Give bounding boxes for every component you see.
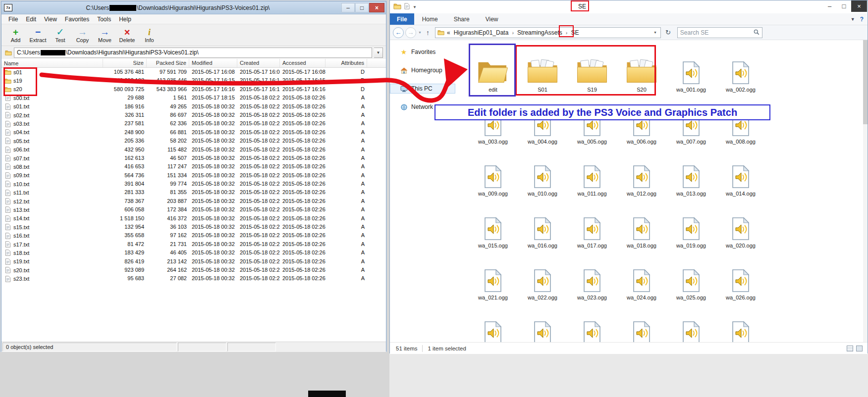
- minimize-button[interactable]: –: [822, 0, 837, 12]
- maximize-button[interactable]: □: [355, 3, 369, 12]
- table-row[interactable]: s09.txt564 736151 3342015-05-18 00:32201…: [1, 171, 386, 180]
- grid-item-wa_019.ogg[interactable]: wa_019.ogg: [666, 203, 716, 255]
- grid-item-wa_014.ogg[interactable]: wa_014.ogg: [716, 151, 765, 203]
- grid-item-wa_008.ogg[interactable]: wa_008.ogg: [716, 99, 765, 151]
- zip-toolbar-add-button[interactable]: +Add: [5, 25, 26, 45]
- close-button[interactable]: ×: [851, 0, 867, 12]
- address-dropdown-button[interactable]: ▼: [374, 48, 383, 58]
- tab-file[interactable]: File: [390, 13, 414, 25]
- sidebar-item-favorites[interactable]: ★Favorites: [390, 47, 468, 57]
- search-input[interactable]: [680, 29, 754, 36]
- up-button[interactable]: ↑: [424, 29, 432, 37]
- grid-item-wa_020.ogg[interactable]: wa_020.ogg: [716, 203, 765, 255]
- table-row[interactable]: s16.txt355 65897 1622015-05-18 00:322015…: [1, 231, 386, 240]
- grid-item-wa_016.ogg[interactable]: wa_016.ogg: [518, 203, 567, 255]
- breadcrumb-segment-higurashiep01_data[interactable]: HigurashiEp01_Data: [453, 29, 510, 36]
- sidebar-item-network[interactable]: Network: [390, 102, 468, 112]
- table-row[interactable]: s19.txt826 419213 1422015-05-18 00:32201…: [1, 257, 386, 266]
- table-row[interactable]: s10.txt391 80499 7742015-05-18 00:322015…: [1, 180, 386, 188]
- grid-item-wa_006.ogg[interactable]: wa_006.ogg: [617, 99, 666, 151]
- column-header-modified[interactable]: Modified: [189, 59, 237, 67]
- tab-home[interactable]: Home: [414, 13, 446, 25]
- table-row[interactable]: s15.txt132 95436 1032015-05-18 00:322015…: [1, 223, 386, 231]
- thumbnails-view-icon[interactable]: [856, 346, 863, 351]
- maximize-button[interactable]: □: [837, 0, 851, 12]
- grid-item-wa_018.ogg[interactable]: wa_018.ogg: [617, 203, 666, 255]
- table-row[interactable]: s01.txt186 91649 2652015-05-18 00:322015…: [1, 102, 386, 111]
- grid-item-wa_026.ogg[interactable]: wa_026.ogg: [716, 255, 765, 307]
- grid-item-wa_007.ogg[interactable]: wa_007.ogg: [666, 99, 716, 151]
- grid-item-wa_025.ogg[interactable]: wa_025.ogg: [666, 255, 716, 307]
- table-row[interactable]: s12.txt738 367203 8872015-05-18 00:32201…: [1, 197, 386, 205]
- grid-item-wa_011.ogg[interactable]: wa_011.ogg: [567, 151, 617, 203]
- scrollbar-thumb[interactable]: [863, 40, 868, 124]
- breadcrumb-segment-se[interactable]: SE: [570, 29, 580, 36]
- details-view-icon[interactable]: [847, 346, 853, 351]
- grid-item-wa_017.ogg[interactable]: wa_017.ogg: [567, 203, 617, 255]
- zip-menu-view[interactable]: View: [40, 16, 61, 23]
- help-icon[interactable]: ?: [860, 16, 864, 23]
- table-row[interactable]: s03.txt237 58162 3362015-05-18 00:322015…: [1, 119, 386, 128]
- zip-toolbar-test-button[interactable]: ✓Test: [50, 25, 70, 45]
- grid-item-wa_009.ogg[interactable]: wa_009.ogg: [468, 151, 518, 203]
- grid-item-wa_024.ogg[interactable]: wa_024.ogg: [617, 255, 666, 307]
- table-row[interactable]: s19449 392 103412 935 4462015-05-17 16:1…: [1, 76, 386, 85]
- grid-item-wa_001.ogg[interactable]: wa_001.ogg: [666, 48, 716, 99]
- grid-item[interactable]: [617, 307, 666, 342]
- zip-toolbar-extract-button[interactable]: −Extract: [28, 25, 48, 45]
- grid-item-wa_015.ogg[interactable]: wa_015.ogg: [468, 203, 518, 255]
- grid-item[interactable]: [518, 307, 567, 342]
- address-bar[interactable]: «HigurashiEp01_Data›StreamingAssets›SE ▼: [435, 27, 661, 38]
- column-header-created[interactable]: Created: [237, 59, 280, 67]
- refresh-icon[interactable]: ↻: [662, 29, 674, 36]
- breadcrumb-collapse-chevron[interactable]: «: [447, 29, 450, 36]
- recent-locations-dropdown-icon[interactable]: ▼: [418, 31, 422, 34]
- taskbar-item[interactable]: [308, 391, 346, 397]
- grid-item-wa_005.ogg[interactable]: wa_005.ogg: [567, 99, 617, 151]
- grid-item[interactable]: [666, 307, 716, 342]
- back-button[interactable]: ←: [393, 27, 404, 38]
- grid-item-wa_004.ogg[interactable]: wa_004.ogg: [518, 99, 567, 151]
- table-row[interactable]: s20580 093 725543 383 9662015-05-17 16:1…: [1, 85, 386, 94]
- table-row[interactable]: s11.txt281 33381 3552015-05-18 00:322015…: [1, 188, 386, 197]
- column-header-packed-size[interactable]: Packed Size: [147, 59, 189, 67]
- grid-item-wa_002.ogg[interactable]: wa_002.ogg: [716, 48, 765, 99]
- grid-item-wa_013.ogg[interactable]: wa_013.ogg: [666, 151, 716, 203]
- zip-toolbar-info-button[interactable]: iInfo: [139, 25, 160, 45]
- zip-menu-edit[interactable]: Edit: [22, 16, 40, 23]
- forward-button[interactable]: →: [405, 27, 416, 38]
- table-row[interactable]: s02.txt326 31186 6972015-05-18 00:322015…: [1, 111, 386, 119]
- quick-access-properties-icon[interactable]: [404, 2, 410, 11]
- table-row[interactable]: s13.txt606 058172 3842015-05-18 00:32201…: [1, 205, 386, 214]
- table-row[interactable]: s20.txt923 089264 1622015-05-18 00:32201…: [1, 266, 386, 274]
- vertical-scrollbar[interactable]: [863, 40, 868, 342]
- zip-toolbar-delete-button[interactable]: ×Delete: [117, 25, 137, 45]
- quick-access-dropdown-icon[interactable]: ▼: [413, 5, 417, 9]
- breadcrumb-segment-streamingassets[interactable]: StreamingAssets: [516, 29, 563, 36]
- grid-item[interactable]: [567, 307, 617, 342]
- minimize-button[interactable]: –: [341, 3, 355, 12]
- grid-item-s01[interactable]: S01: [518, 48, 567, 99]
- grid-item-wa_022.ogg[interactable]: wa_022.ogg: [518, 255, 567, 307]
- grid-item-wa_012.ogg[interactable]: wa_012.ogg: [617, 151, 666, 203]
- zip-toolbar-move-button[interactable]: →Move: [95, 25, 115, 45]
- column-header-accessed[interactable]: Accessed: [280, 59, 326, 67]
- ribbon-expand-icon[interactable]: ▼: [851, 17, 855, 22]
- grid-item-s20[interactable]: S20: [617, 48, 666, 99]
- address-dropdown-icon[interactable]: ▼: [652, 31, 658, 34]
- grid-item-wa_023.ogg[interactable]: wa_023.ogg: [567, 255, 617, 307]
- table-row[interactable]: s05.txt205 33658 2022015-05-18 00:322015…: [1, 137, 386, 145]
- zip-menu-tools[interactable]: Tools: [93, 16, 115, 23]
- zip-menu-help[interactable]: Help: [115, 16, 135, 23]
- explorer-titlebar[interactable]: ▼ SE – □ ×: [390, 0, 868, 13]
- sidebar-item-this-pc[interactable]: This PC: [390, 84, 455, 94]
- table-row[interactable]: s04.txt248 90066 8812015-05-18 00:322015…: [1, 128, 386, 137]
- table-row[interactable]: s17.txt81 47221 7312015-05-18 00:322015-…: [1, 240, 386, 248]
- zip-file-list[interactable]: s01105 376 48197 591 7092015-05-17 16:08…: [1, 68, 386, 342]
- 7zip-titlebar[interactable]: 7z C:\Users\Downloads\Higurashi\Higurash…: [1, 1, 386, 14]
- sidebar-item-homegroup[interactable]: Homegroup: [390, 65, 468, 75]
- table-row[interactable]: s01105 376 48197 591 7092015-05-17 16:08…: [1, 68, 386, 76]
- zip-menu-favorites[interactable]: Favorites: [61, 16, 93, 23]
- grid-item-wa_010.ogg[interactable]: wa_010.ogg: [518, 151, 567, 203]
- grid-item-s19[interactable]: S19: [567, 48, 617, 99]
